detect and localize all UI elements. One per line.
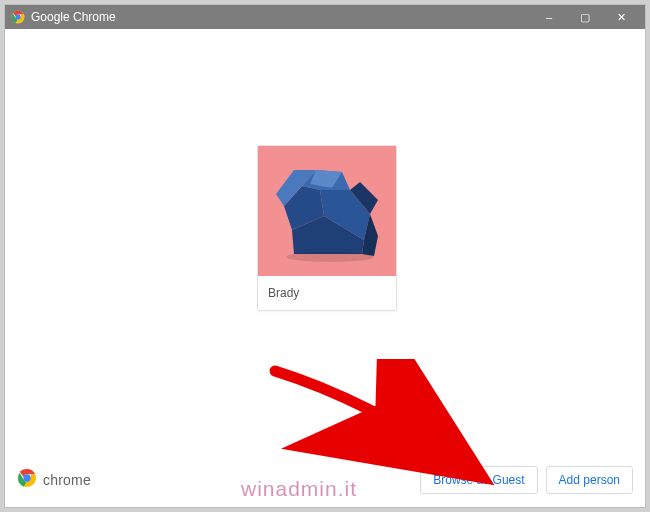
chrome-profile-picker-window: Google Chrome – ▢ ✕ [4,4,646,508]
minimize-button[interactable]: – [531,5,567,29]
close-button[interactable]: ✕ [603,5,639,29]
add-person-button[interactable]: Add person [546,466,633,494]
maximize-button[interactable]: ▢ [567,5,603,29]
titlebar: Google Chrome – ▢ ✕ [5,5,645,29]
browse-as-guest-button[interactable]: Browse as Guest [420,466,537,494]
profile-card-brady[interactable]: Brady [257,145,397,311]
svg-point-13 [23,474,30,481]
footer-bar: chrome Browse as Guest Add person [5,463,645,497]
profile-name-label: Brady [258,276,396,310]
svg-point-11 [286,252,374,262]
content-area: Brady chrome Brow [5,29,645,507]
brand-text: chrome [43,472,91,488]
avatar-origami-elephant-icon [258,146,396,276]
chrome-brand: chrome [17,468,91,492]
window-title: Google Chrome [31,10,531,24]
chrome-logo-icon [17,468,37,492]
chrome-icon [11,10,25,24]
